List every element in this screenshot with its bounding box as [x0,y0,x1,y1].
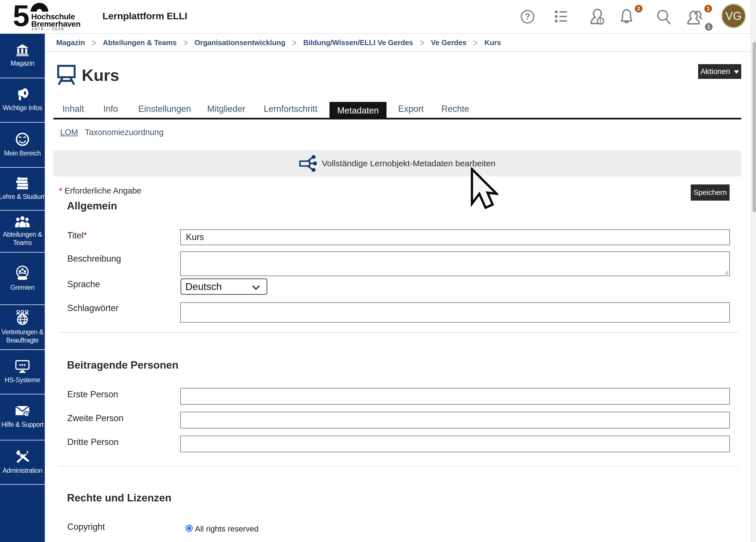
svg-text:?: ? [25,412,28,417]
svg-text:5: 5 [13,1,30,32]
svg-text:1975 – 2025: 1975 – 2025 [31,27,64,31]
svg-text:?: ? [525,12,530,22]
